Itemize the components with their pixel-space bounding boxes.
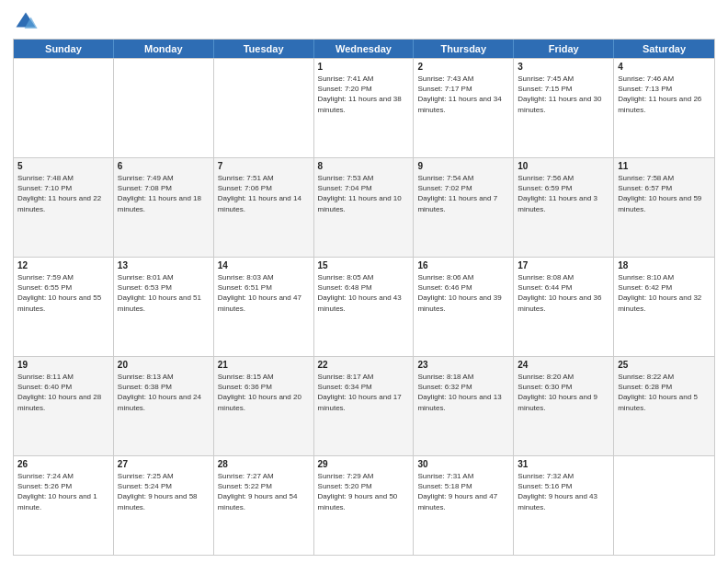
- cal-cell: [14, 59, 114, 157]
- week-row-5: 26Sunrise: 7:24 AM Sunset: 5:26 PM Dayli…: [14, 455, 714, 555]
- cal-cell: 19Sunrise: 8:11 AM Sunset: 6:40 PM Dayli…: [14, 357, 114, 455]
- day-info: Sunrise: 7:51 AM Sunset: 7:06 PM Dayligh…: [218, 173, 310, 214]
- day-info: Sunrise: 8:15 AM Sunset: 6:36 PM Dayligh…: [218, 372, 310, 413]
- day-header-sunday: Sunday: [14, 40, 114, 58]
- day-info: Sunrise: 8:03 AM Sunset: 6:51 PM Dayligh…: [218, 272, 310, 314]
- day-info: Sunrise: 7:56 AM Sunset: 6:59 PM Dayligh…: [518, 173, 609, 214]
- day-number: 13: [118, 260, 210, 270]
- day-info: Sunrise: 8:11 AM Sunset: 6:40 PM Dayligh…: [17, 372, 109, 413]
- day-header-monday: Monday: [114, 40, 214, 58]
- logo: [13, 9, 42, 35]
- cal-cell: 4Sunrise: 7:46 AM Sunset: 7:13 PM Daylig…: [614, 59, 714, 157]
- cal-cell: 30Sunrise: 7:31 AM Sunset: 5:18 PM Dayli…: [414, 456, 514, 555]
- day-number: 31: [518, 459, 609, 469]
- day-info: Sunrise: 7:59 AM Sunset: 6:55 PM Dayligh…: [17, 272, 109, 314]
- calendar-body: 1Sunrise: 7:41 AM Sunset: 7:20 PM Daylig…: [14, 58, 714, 555]
- day-info: Sunrise: 8:18 AM Sunset: 6:32 PM Dayligh…: [417, 372, 509, 413]
- day-info: Sunrise: 7:29 AM Sunset: 5:20 PM Dayligh…: [318, 471, 410, 512]
- cal-cell: 3Sunrise: 7:45 AM Sunset: 7:15 PM Daylig…: [514, 59, 614, 157]
- day-header-saturday: Saturday: [614, 40, 714, 58]
- cal-cell: 7Sunrise: 7:51 AM Sunset: 7:06 PM Daylig…: [214, 158, 314, 257]
- day-number: 18: [618, 260, 711, 270]
- cal-cell: 31Sunrise: 7:32 AM Sunset: 5:16 PM Dayli…: [514, 456, 614, 555]
- day-info: Sunrise: 7:25 AM Sunset: 5:24 PM Dayligh…: [118, 471, 210, 512]
- cal-cell: 12Sunrise: 7:59 AM Sunset: 6:55 PM Dayli…: [14, 258, 114, 356]
- day-info: Sunrise: 8:20 AM Sunset: 6:30 PM Dayligh…: [518, 372, 609, 413]
- page: SundayMondayTuesdayWednesdayThursdayFrid…: [0, 0, 728, 563]
- calendar: SundayMondayTuesdayWednesdayThursdayFrid…: [13, 39, 715, 556]
- day-number: 23: [417, 360, 509, 370]
- day-info: Sunrise: 7:27 AM Sunset: 5:22 PM Dayligh…: [218, 471, 310, 512]
- cal-cell: 2Sunrise: 7:43 AM Sunset: 7:17 PM Daylig…: [414, 59, 514, 157]
- day-number: 8: [318, 161, 410, 171]
- day-number: 6: [118, 161, 210, 171]
- day-number: 14: [218, 260, 310, 270]
- day-info: Sunrise: 7:58 AM Sunset: 6:57 PM Dayligh…: [618, 173, 711, 214]
- cal-cell: 28Sunrise: 7:27 AM Sunset: 5:22 PM Dayli…: [214, 456, 314, 555]
- cal-cell: 24Sunrise: 8:20 AM Sunset: 6:30 PM Dayli…: [514, 357, 614, 455]
- calendar-header: SundayMondayTuesdayWednesdayThursdayFrid…: [14, 40, 714, 58]
- day-info: Sunrise: 7:46 AM Sunset: 7:13 PM Dayligh…: [618, 74, 711, 115]
- day-number: 21: [218, 360, 310, 370]
- cal-cell: 17Sunrise: 8:08 AM Sunset: 6:44 PM Dayli…: [514, 258, 614, 356]
- cal-cell: 10Sunrise: 7:56 AM Sunset: 6:59 PM Dayli…: [514, 158, 614, 257]
- cal-cell: 9Sunrise: 7:54 AM Sunset: 7:02 PM Daylig…: [414, 158, 514, 257]
- day-info: Sunrise: 7:48 AM Sunset: 7:10 PM Dayligh…: [17, 173, 109, 214]
- day-info: Sunrise: 8:10 AM Sunset: 6:42 PM Dayligh…: [618, 272, 711, 314]
- day-number: 2: [417, 62, 509, 72]
- day-number: 9: [417, 161, 509, 171]
- header: [13, 9, 715, 35]
- day-number: 30: [417, 459, 509, 469]
- day-number: 19: [17, 360, 109, 370]
- day-number: 24: [518, 360, 609, 370]
- cal-cell: 14Sunrise: 8:03 AM Sunset: 6:51 PM Dayli…: [214, 258, 314, 356]
- day-header-thursday: Thursday: [414, 40, 514, 58]
- cal-cell: 26Sunrise: 7:24 AM Sunset: 5:26 PM Dayli…: [14, 456, 114, 555]
- day-info: Sunrise: 7:41 AM Sunset: 7:20 PM Dayligh…: [318, 74, 410, 115]
- cal-cell: 13Sunrise: 8:01 AM Sunset: 6:53 PM Dayli…: [114, 258, 214, 356]
- day-info: Sunrise: 7:54 AM Sunset: 7:02 PM Dayligh…: [417, 173, 509, 214]
- day-number: 20: [118, 360, 210, 370]
- day-number: 25: [618, 360, 711, 370]
- day-number: 10: [518, 161, 609, 171]
- day-number: 5: [17, 161, 109, 171]
- day-number: 15: [318, 260, 410, 270]
- day-info: Sunrise: 7:53 AM Sunset: 7:04 PM Dayligh…: [318, 173, 410, 214]
- day-info: Sunrise: 7:45 AM Sunset: 7:15 PM Dayligh…: [518, 74, 609, 115]
- day-number: 27: [118, 459, 210, 469]
- day-info: Sunrise: 8:22 AM Sunset: 6:28 PM Dayligh…: [618, 372, 711, 413]
- day-number: 1: [318, 62, 410, 72]
- day-info: Sunrise: 8:05 AM Sunset: 6:48 PM Dayligh…: [318, 272, 410, 314]
- cal-cell: 18Sunrise: 8:10 AM Sunset: 6:42 PM Dayli…: [614, 258, 714, 356]
- logo-icon: [13, 9, 39, 35]
- day-number: 16: [417, 260, 509, 270]
- day-number: 22: [318, 360, 410, 370]
- week-row-4: 19Sunrise: 8:11 AM Sunset: 6:40 PM Dayli…: [14, 356, 714, 455]
- day-number: 11: [618, 161, 711, 171]
- week-row-3: 12Sunrise: 7:59 AM Sunset: 6:55 PM Dayli…: [14, 257, 714, 356]
- cal-cell: [114, 59, 214, 157]
- cal-cell: 11Sunrise: 7:58 AM Sunset: 6:57 PM Dayli…: [614, 158, 714, 257]
- day-number: 29: [318, 459, 410, 469]
- day-number: 17: [518, 260, 609, 270]
- day-number: 28: [218, 459, 310, 469]
- cal-cell: 1Sunrise: 7:41 AM Sunset: 7:20 PM Daylig…: [314, 59, 415, 157]
- cal-cell: 5Sunrise: 7:48 AM Sunset: 7:10 PM Daylig…: [14, 158, 114, 257]
- day-number: 4: [618, 62, 711, 72]
- day-info: Sunrise: 8:06 AM Sunset: 6:46 PM Dayligh…: [417, 272, 509, 314]
- day-info: Sunrise: 7:43 AM Sunset: 7:17 PM Dayligh…: [417, 74, 509, 115]
- cal-cell: [614, 456, 714, 555]
- day-info: Sunrise: 7:49 AM Sunset: 7:08 PM Dayligh…: [118, 173, 210, 214]
- day-header-tuesday: Tuesday: [214, 40, 314, 58]
- cal-cell: 22Sunrise: 8:17 AM Sunset: 6:34 PM Dayli…: [314, 357, 415, 455]
- day-header-wednesday: Wednesday: [314, 40, 415, 58]
- cal-cell: 25Sunrise: 8:22 AM Sunset: 6:28 PM Dayli…: [614, 357, 714, 455]
- cal-cell: 6Sunrise: 7:49 AM Sunset: 7:08 PM Daylig…: [114, 158, 214, 257]
- cal-cell: 21Sunrise: 8:15 AM Sunset: 6:36 PM Dayli…: [214, 357, 314, 455]
- cal-cell: [214, 59, 314, 157]
- day-number: 7: [218, 161, 310, 171]
- cal-cell: 23Sunrise: 8:18 AM Sunset: 6:32 PM Dayli…: [414, 357, 514, 455]
- day-info: Sunrise: 7:31 AM Sunset: 5:18 PM Dayligh…: [417, 471, 509, 512]
- day-info: Sunrise: 8:17 AM Sunset: 6:34 PM Dayligh…: [318, 372, 410, 413]
- day-number: 3: [518, 62, 609, 72]
